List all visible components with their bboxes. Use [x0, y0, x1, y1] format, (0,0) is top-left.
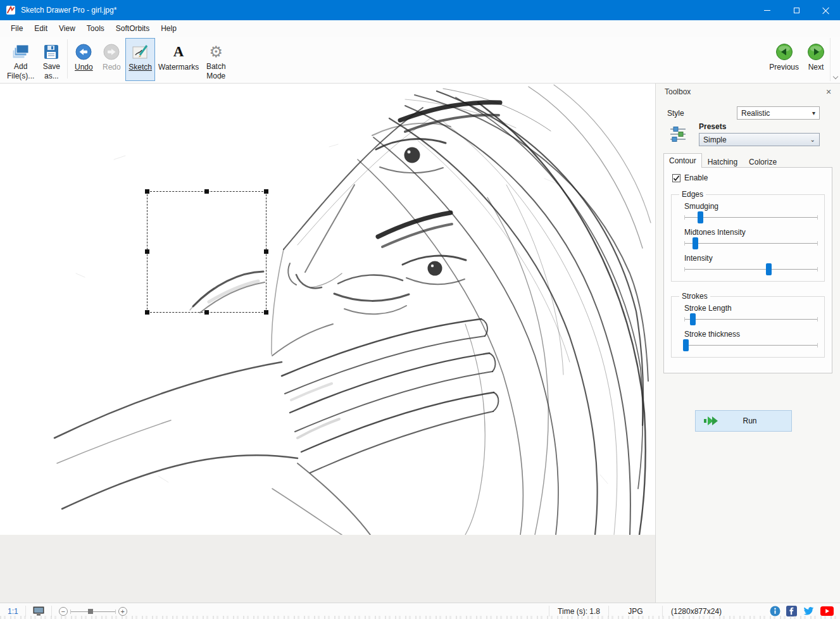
undo-button[interactable]: Undo	[70, 38, 97, 81]
menu-help[interactable]: Help	[155, 20, 182, 37]
stroke-thickness-slider[interactable]	[684, 339, 818, 353]
selection-rectangle[interactable]	[147, 191, 266, 313]
statusbar-separator	[51, 606, 52, 616]
minimize-button[interactable]	[753, 0, 782, 20]
statusbar-separator	[25, 606, 26, 616]
enable-checkbox-row[interactable]: Enable	[672, 173, 826, 182]
intensity-label: Intensity	[684, 254, 819, 263]
enable-checkbox[interactable]	[672, 174, 680, 182]
next-button[interactable]: Next	[802, 38, 830, 81]
file-format: JPG	[613, 607, 658, 616]
stroke-length-label: Stroke Length	[684, 304, 819, 313]
zoom-out-button[interactable]: −	[59, 607, 68, 616]
undo-icon	[75, 42, 92, 62]
menu-file[interactable]: File	[5, 20, 28, 37]
toolbox-tabs: Contour Hatching Colorize	[663, 153, 782, 168]
bottom-scrollbar-artifact	[0, 616, 840, 619]
smudging-slider[interactable]	[684, 211, 818, 225]
close-button[interactable]	[811, 0, 840, 20]
watermarks-button[interactable]: A Watermarks	[155, 38, 202, 81]
twitter-icon[interactable]	[803, 606, 815, 616]
chevron-down-icon	[217, 74, 222, 79]
batch-mode-button[interactable]: ⚙ Batch Mode	[202, 38, 230, 81]
sketch-label: Sketch	[129, 63, 152, 72]
edges-group: Edges Smudging Midtones Intensity Intens…	[671, 190, 825, 282]
menubar: File Edit View Tools SoftOrbits Help	[0, 20, 840, 37]
facebook-icon[interactable]	[786, 606, 797, 616]
info-icon[interactable]	[770, 606, 780, 616]
previous-label: Previous	[769, 63, 799, 72]
redo-icon	[103, 42, 120, 62]
selection-handle[interactable]	[264, 189, 268, 194]
redo-button[interactable]: Redo	[97, 38, 125, 81]
midtones-intensity-label: Midtones Intensity	[684, 228, 819, 237]
sketch-button[interactable]: Sketch	[125, 38, 155, 81]
tab-colorize[interactable]: Colorize	[743, 155, 782, 168]
presets-label: Presets	[699, 122, 726, 131]
strokes-group: Strokes Stroke Length Stroke thickness	[671, 292, 825, 358]
zoom-slider-thumb[interactable]	[88, 609, 93, 614]
slider-thumb[interactable]	[683, 339, 689, 351]
menu-softorbits[interactable]: SoftOrbits	[110, 20, 155, 37]
stroke-thickness-label: Stroke thickness	[684, 330, 819, 339]
save-as-button[interactable]: Save as...	[37, 38, 65, 81]
maximize-button[interactable]	[782, 0, 811, 20]
toolbar-overflow-button[interactable]	[218, 72, 222, 80]
run-button[interactable]: Run	[695, 410, 792, 432]
previous-icon	[775, 42, 793, 62]
redo-label: Redo	[103, 63, 121, 72]
window-title: Sketch Drawer Pro - girl.jpg*	[21, 6, 116, 15]
app-icon	[6, 5, 16, 15]
style-dropdown[interactable]: Realistic ▾	[737, 106, 820, 120]
next-label: Next	[808, 63, 824, 72]
menu-tools[interactable]: Tools	[81, 20, 110, 37]
presets-dropdown[interactable]: Simple ⌄	[699, 133, 820, 146]
watermarks-label: Watermarks	[158, 63, 199, 72]
slider-thumb[interactable]	[690, 313, 696, 325]
contour-tab-panel: Enable Edges Smudging Midtones Intensity…	[663, 167, 832, 373]
menu-edit[interactable]: Edit	[28, 20, 53, 37]
close-icon	[822, 7, 829, 14]
tab-hatching[interactable]: Hatching	[702, 155, 743, 168]
slider-thumb[interactable]	[698, 211, 703, 223]
toolbox-title: Toolbox	[665, 87, 691, 96]
selection-handle[interactable]	[204, 189, 209, 194]
selection-handle[interactable]	[264, 310, 268, 315]
slider-thumb[interactable]	[766, 263, 772, 275]
selection-handle[interactable]	[264, 249, 268, 254]
slider-track	[684, 243, 818, 244]
menu-view[interactable]: View	[53, 20, 81, 37]
zoom-in-button[interactable]: +	[118, 607, 127, 616]
tab-contour[interactable]: Contour	[663, 153, 702, 168]
zoom-ratio-button[interactable]: 1:1	[5, 607, 21, 616]
save-as-label: Save as...	[43, 62, 60, 80]
intensity-slider[interactable]	[684, 263, 818, 277]
selection-handle[interactable]	[145, 249, 149, 254]
zoom-slider[interactable]	[70, 606, 116, 616]
smudging-label: Smudging	[684, 202, 819, 211]
undo-label: Undo	[75, 63, 93, 72]
selection-handle[interactable]	[145, 310, 149, 315]
run-label: Run	[720, 416, 780, 425]
slider-track	[684, 217, 818, 218]
image-canvas[interactable]	[0, 84, 655, 535]
add-files-button[interactable]: Add File(s)...	[4, 38, 37, 81]
selection-handle[interactable]	[145, 189, 149, 194]
batch-mode-label: Batch Mode	[206, 62, 226, 80]
fit-to-window-button[interactable]	[30, 606, 47, 616]
previous-button[interactable]: Previous	[766, 38, 802, 81]
slider-track	[684, 345, 818, 346]
stroke-length-slider[interactable]	[684, 313, 818, 327]
monitor-icon	[33, 606, 44, 616]
midtones-intensity-slider[interactable]	[684, 237, 818, 251]
enable-label: Enable	[684, 173, 708, 182]
chevron-down-icon: ⌄	[810, 136, 815, 143]
selection-handle[interactable]	[204, 310, 209, 315]
add-files-label: Add File(s)...	[7, 62, 34, 80]
youtube-icon[interactable]	[820, 606, 834, 616]
presets-value: Simple	[703, 135, 727, 144]
slider-thumb[interactable]	[693, 237, 698, 249]
toolbox-close-button[interactable]: ✕	[824, 87, 834, 97]
toolbar-right-overflow-button[interactable]	[830, 38, 840, 81]
style-label: Style	[667, 109, 684, 118]
